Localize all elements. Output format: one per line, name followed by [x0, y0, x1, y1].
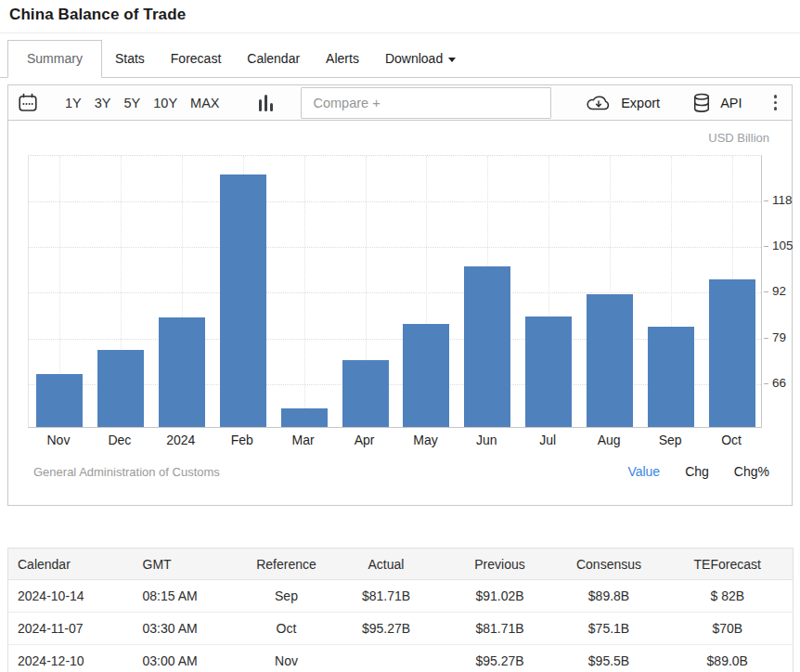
- chart-footer: General Administration of Customs ValueC…: [33, 464, 769, 479]
- chart-area: USD Billion 667992105118 NovDec2024FebMa…: [8, 121, 792, 505]
- x-tick-label-Apr: Apr: [334, 433, 395, 447]
- caret-down-icon: [448, 58, 456, 62]
- x-tick-label-Feb: Feb: [212, 433, 273, 447]
- tab-bar: SummaryStatsForecastCalendarAlertsDownlo…: [0, 33, 800, 78]
- x-tick-label-Aug: Aug: [578, 433, 639, 447]
- table-cell-consensus: $89.8B: [556, 580, 663, 613]
- y-tick-label: 66: [772, 376, 786, 390]
- export-button[interactable]: Export: [585, 94, 660, 112]
- column-chart-icon[interactable]: [259, 95, 273, 111]
- tab-label: Summary: [27, 51, 83, 66]
- bar-Dec[interactable]: [97, 350, 144, 428]
- table-cell-calendar: 2024-12-10: [8, 645, 129, 672]
- calendar-icon: [18, 93, 38, 113]
- table-cell-actual: $95.27B: [329, 613, 445, 645]
- x-tick-label-Oct: Oct: [701, 433, 762, 447]
- y-tick-mark: [764, 338, 768, 339]
- table-cell-reference: Nov: [245, 645, 329, 672]
- tab-alerts[interactable]: Alerts: [313, 41, 372, 77]
- page-header: China Balance of Trade: [0, 0, 800, 33]
- range-button-max[interactable]: MAX: [184, 88, 226, 118]
- calendar-button[interactable]: [18, 93, 38, 113]
- x-tick-label-Jun: Jun: [456, 433, 517, 447]
- range-button-1y[interactable]: 1Y: [58, 88, 88, 118]
- tab-stats[interactable]: Stats: [102, 41, 158, 77]
- tab-calendar[interactable]: Calendar: [234, 41, 313, 77]
- compare-input[interactable]: [301, 87, 551, 119]
- tab-label: Download: [385, 51, 443, 66]
- column-header-actual: Actual: [329, 549, 445, 580]
- calendar-table: CalendarGMTReferenceActualPreviousConsen…: [7, 548, 794, 672]
- range-buttons: 1Y3Y5Y10YMAX: [58, 88, 226, 118]
- table-cell-consensus: $75.1B: [556, 613, 663, 645]
- database-icon: [691, 93, 712, 113]
- y-tick-mark: [764, 383, 768, 384]
- bar-Jul[interactable]: [525, 317, 572, 427]
- tab-summary[interactable]: Summary: [7, 40, 102, 78]
- column-header-reference: Reference: [245, 549, 329, 580]
- api-button[interactable]: API: [691, 93, 742, 113]
- chart-unit-label: USD Billion: [708, 131, 769, 145]
- y-tick-label: 92: [772, 284, 786, 298]
- y-tick-label: 105: [772, 239, 794, 252]
- table-row: 2024-11-0703:30 AMOct$95.27B$81.71B$75.1…: [8, 613, 794, 645]
- view-link-chgpct[interactable]: Chg%: [734, 464, 769, 479]
- bar-Jun[interactable]: [464, 266, 510, 427]
- range-button-10y[interactable]: 10Y: [147, 88, 184, 118]
- range-button-5y[interactable]: 5Y: [118, 88, 148, 118]
- column-header-previous: Previous: [445, 549, 556, 580]
- tab-label: Alerts: [326, 51, 359, 66]
- bar-Aug[interactable]: [587, 294, 633, 427]
- x-tick-label-Mar: Mar: [273, 433, 334, 447]
- range-button-3y[interactable]: 3Y: [88, 88, 118, 118]
- gridline-horizontal: [29, 247, 761, 248]
- x-tick-label-Nov: Nov: [28, 433, 89, 447]
- tab-download[interactable]: Download: [372, 41, 469, 77]
- bar-Mar[interactable]: [281, 408, 328, 427]
- table-row: 2024-10-1408:15 AMSep$81.71B$91.02B$89.8…: [8, 580, 794, 613]
- bar-chart-plot: [28, 155, 762, 428]
- view-link-chg[interactable]: Chg: [685, 464, 709, 479]
- table-cell-reference: Sep: [245, 580, 329, 613]
- tab-label: Calendar: [247, 51, 300, 66]
- x-tick-label-2024: 2024: [150, 433, 212, 447]
- y-tick-mark: [764, 200, 768, 201]
- export-label: Export: [621, 96, 660, 110]
- y-tick-label: 79: [772, 330, 786, 344]
- table-cell-reference: Oct: [245, 613, 329, 645]
- chart-source: General Administration of Customs: [33, 465, 220, 479]
- bar-Sep[interactable]: [648, 327, 694, 427]
- table-cell-consensus: $95.5B: [556, 645, 663, 672]
- column-header-calendar: Calendar: [8, 549, 129, 580]
- table-cell-teforecast: $89.0B: [663, 645, 794, 672]
- table-cell-teforecast: $ 82B: [663, 580, 794, 613]
- table-header-row: CalendarGMTReferenceActualPreviousConsen…: [8, 549, 794, 580]
- x-tick-label-Dec: Dec: [89, 433, 150, 447]
- bar-Nov[interactable]: [36, 374, 83, 427]
- gridline-horizontal: [29, 201, 761, 202]
- gridline-vertical: [304, 156, 305, 427]
- view-switcher: ValueChgChg%: [627, 464, 769, 479]
- gridline-horizontal: [29, 292, 761, 293]
- table-cell-calendar: 2024-10-14: [8, 580, 129, 613]
- view-link-value[interactable]: Value: [627, 464, 660, 479]
- cloud-download-icon: [585, 94, 613, 112]
- table-cell-calendar: 2024-11-07: [8, 613, 129, 645]
- bar-2024[interactable]: [159, 317, 205, 427]
- bar-Feb[interactable]: [220, 174, 266, 427]
- table-cell-previous: $81.71B: [445, 613, 556, 645]
- table-cell-actual: [329, 645, 445, 672]
- table-row: 2024-12-1003:00 AMNov$95.27B$95.5B$89.0B: [8, 645, 794, 672]
- column-header-teforecast: TEForecast: [663, 549, 794, 580]
- table-cell-previous: $95.27B: [445, 645, 556, 672]
- x-tick-label-Sep: Sep: [639, 433, 701, 447]
- kebab-menu-icon[interactable]: [772, 93, 780, 112]
- y-tick-mark: [764, 291, 768, 292]
- table-cell-gmt: 08:15 AM: [129, 580, 245, 613]
- table-cell-gmt: 03:00 AM: [129, 645, 245, 672]
- y-tick-mark: [764, 246, 768, 247]
- bar-Apr[interactable]: [342, 360, 389, 427]
- tab-forecast[interactable]: Forecast: [158, 41, 234, 77]
- bar-Oct[interactable]: [709, 279, 755, 427]
- bar-May[interactable]: [403, 324, 449, 427]
